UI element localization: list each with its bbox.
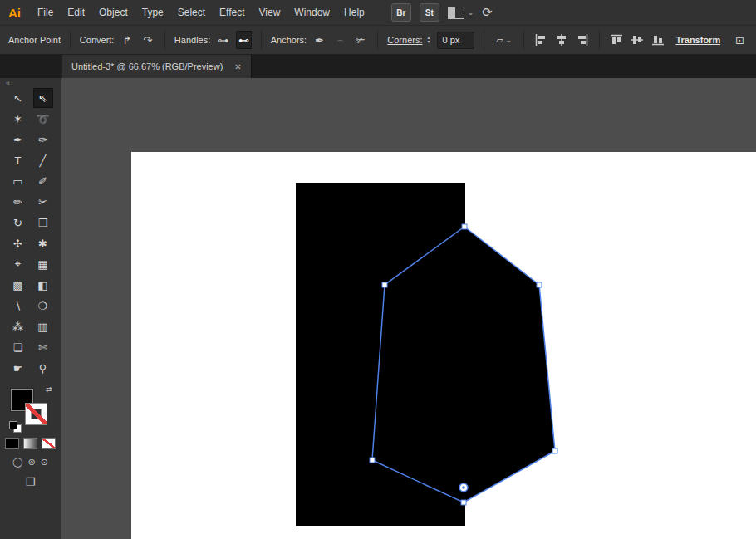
default-fill-stroke-button[interactable] bbox=[9, 421, 21, 432]
shape-builder-tool[interactable]: ⌖ bbox=[8, 254, 28, 274]
slice-tool[interactable]: ✄ bbox=[33, 337, 53, 357]
type-tool[interactable]: T bbox=[8, 150, 28, 170]
line-segment-tool[interactable]: ╱ bbox=[33, 150, 53, 170]
curvature-tool[interactable]: ✑ bbox=[33, 130, 53, 149]
transform-link[interactable]: Transform bbox=[675, 35, 720, 45]
hide-handles-button[interactable]: ⊶ bbox=[215, 31, 231, 49]
document-tab[interactable]: Untitled-3* @ 66.67% (RGB/Preview) ✕ bbox=[62, 55, 252, 78]
align-horizontal-center-icon bbox=[555, 33, 568, 47]
menu-item-edit[interactable]: Edit bbox=[67, 7, 85, 18]
corners-link[interactable]: Corners: bbox=[387, 35, 422, 45]
color-button[interactable] bbox=[5, 438, 19, 449]
fill-type-row bbox=[5, 438, 56, 449]
free-transform-tool[interactable]: ✱ bbox=[33, 233, 53, 253]
close-icon[interactable]: ✕ bbox=[234, 62, 241, 71]
rotate-tool[interactable]: ↻ bbox=[8, 213, 28, 233]
anchors-label: Anchors: bbox=[271, 35, 307, 45]
canvas-svg[interactable] bbox=[61, 78, 756, 539]
scale-tool[interactable]: ❒ bbox=[33, 213, 53, 233]
shape-properties-button[interactable]: ▱ ⌄ bbox=[493, 31, 514, 49]
swap-fill-stroke-icon[interactable]: ⇄ bbox=[46, 385, 52, 394]
eyedropper-tool[interactable]: ∖ bbox=[8, 296, 28, 316]
stepper-down-icon[interactable]: ▾ bbox=[428, 40, 430, 44]
draw-inside-icon[interactable]: ⊙ bbox=[41, 457, 48, 468]
align-vertical-top-button[interactable] bbox=[609, 31, 625, 49]
none-slash-icon bbox=[26, 404, 47, 424]
separator bbox=[70, 31, 71, 49]
collapse-panel-icon[interactable]: « bbox=[0, 78, 10, 88]
rectangle-tool[interactable]: ▭ bbox=[8, 171, 28, 191]
column-graph-tool[interactable]: ▥ bbox=[33, 316, 53, 336]
menu-item-object[interactable]: Object bbox=[99, 7, 128, 18]
share-icon[interactable]: ⟳ bbox=[482, 5, 493, 20]
draw-behind-icon[interactable]: ⊚ bbox=[27, 457, 35, 468]
canvas-area[interactable] bbox=[61, 78, 756, 539]
main-content: « ↖⇖✶➰✒✑T╱▭✐✏✂↻❒✣✱⌖▦▩◧∖❍⁂▥❏✄☛⚲ ⇄ bbox=[0, 78, 756, 539]
menu-item-type[interactable]: Type bbox=[142, 7, 164, 18]
anchor-point[interactable] bbox=[552, 448, 557, 453]
hand-tool[interactable]: ☛ bbox=[8, 358, 28, 378]
anchor-point[interactable] bbox=[537, 282, 542, 287]
none-button[interactable] bbox=[42, 438, 56, 449]
anchor-point[interactable] bbox=[461, 500, 466, 505]
show-handles-button[interactable]: ⊷ bbox=[236, 31, 252, 49]
menu-item-view[interactable]: View bbox=[259, 7, 281, 18]
document-tab-title: Untitled-3* @ 66.67% (RGB/Preview) bbox=[71, 61, 223, 71]
paintbrush-tool[interactable]: ✐ bbox=[33, 171, 53, 191]
isolate-object-button[interactable]: ⊡ bbox=[732, 31, 748, 49]
screen-mode-icon[interactable]: ❐ bbox=[26, 476, 36, 488]
align-vertical-bottom-button[interactable] bbox=[650, 31, 666, 49]
separator bbox=[377, 31, 378, 49]
selection-tool[interactable]: ↖ bbox=[8, 88, 28, 108]
menu-item-file[interactable]: File bbox=[37, 7, 53, 18]
align-horizontal-left-button[interactable] bbox=[533, 31, 549, 49]
align-horizontal-right-button[interactable] bbox=[574, 31, 590, 49]
menu-item-select[interactable]: Select bbox=[178, 7, 205, 18]
align-horizontal-right-icon bbox=[576, 33, 589, 47]
cut-path-button[interactable]: ✃ bbox=[353, 31, 369, 49]
blend-tool[interactable]: ❍ bbox=[33, 296, 53, 316]
gradient-tool[interactable]: ◧ bbox=[33, 275, 53, 295]
bridge-badge-icon[interactable]: Br bbox=[391, 3, 411, 22]
menu-item-window[interactable]: Window bbox=[294, 7, 330, 18]
align-vertical-top-icon bbox=[610, 33, 623, 47]
stock-badge-icon[interactable]: St bbox=[420, 3, 439, 22]
align-vertical-center-button[interactable] bbox=[630, 31, 646, 49]
magic-wand-tool[interactable]: ✶ bbox=[8, 109, 28, 129]
draw-normal-icon[interactable]: ◯ bbox=[12, 457, 22, 468]
pen-tool[interactable]: ✒ bbox=[8, 130, 28, 149]
direct-selection-tool[interactable]: ⇖ bbox=[33, 88, 53, 108]
anchor-point[interactable] bbox=[382, 282, 387, 287]
control-bar: Anchor Point Convert: ↱ ↷ Handles: ⊶ ⊷ A… bbox=[0, 26, 756, 55]
convert-to-corner-button[interactable]: ↱ bbox=[119, 31, 135, 49]
align-vertical-center-icon bbox=[631, 33, 644, 47]
shape-icon: ▱ bbox=[496, 35, 503, 46]
pencil-tool[interactable]: ✏ bbox=[8, 192, 28, 212]
corners-stepper[interactable]: ▴ ▾ bbox=[428, 36, 430, 44]
live-corner-widget-dot bbox=[462, 486, 465, 489]
menu-item-effect[interactable]: Effect bbox=[219, 7, 244, 18]
zoom-tool[interactable]: ⚲ bbox=[33, 358, 53, 378]
gradient-button[interactable] bbox=[23, 438, 37, 449]
tools-panel: « ↖⇖✶➰✒✑T╱▭✐✏✂↻❒✣✱⌖▦▩◧∖❍⁂▥❏✄☛⚲ ⇄ bbox=[0, 78, 61, 539]
anchor-point[interactable] bbox=[462, 224, 467, 229]
anchor-point[interactable] bbox=[370, 458, 375, 463]
menu-item-help[interactable]: Help bbox=[344, 7, 365, 18]
separator bbox=[261, 31, 262, 49]
workspace-icon bbox=[448, 7, 464, 19]
remove-anchor-button[interactable]: ✒ bbox=[312, 31, 327, 49]
convert-to-smooth-button[interactable]: ↷ bbox=[140, 31, 155, 49]
stroke-swatch[interactable] bbox=[25, 403, 47, 425]
lasso-tool[interactable]: ➰ bbox=[33, 109, 53, 129]
workspace-switcher[interactable]: ⌄ bbox=[448, 7, 474, 19]
width-tool[interactable]: ✣ bbox=[8, 233, 28, 253]
artboard-tool[interactable]: ❏ bbox=[8, 337, 28, 357]
corners-value-input[interactable]: 0 px bbox=[437, 32, 475, 49]
symbol-sprayer-tool[interactable]: ⁂ bbox=[8, 316, 28, 336]
align-horizontal-center-button[interactable] bbox=[554, 31, 570, 49]
mesh-tool[interactable]: ▩ bbox=[8, 275, 28, 295]
illustrator-window: Ai FileEditObjectTypeSelectEffectViewWin… bbox=[0, 0, 756, 539]
perspective-grid-tool[interactable]: ▦ bbox=[33, 254, 53, 274]
menu-list: FileEditObjectTypeSelectEffectViewWindow… bbox=[37, 7, 365, 18]
scissors-tool[interactable]: ✂ bbox=[33, 192, 53, 212]
